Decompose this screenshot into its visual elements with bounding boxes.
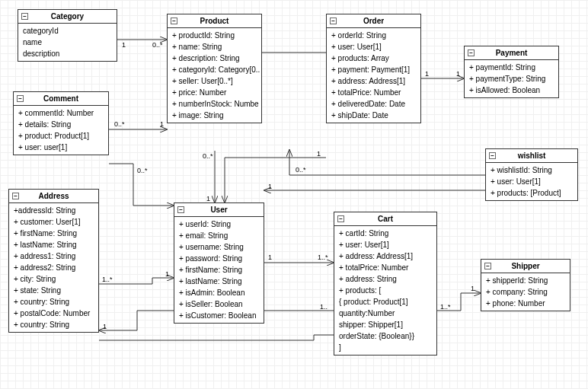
attr: + address: Address[1] bbox=[327, 75, 420, 87]
class-header: −Shipper bbox=[481, 260, 570, 273]
class-title: Payment bbox=[496, 49, 528, 57]
class-header: −Order bbox=[327, 14, 420, 28]
attr: + user: user[1] bbox=[14, 142, 108, 153]
class-attrs: + orderId: String + user: User[1] + prod… bbox=[327, 28, 420, 123]
class-attrs: categoryId name description bbox=[18, 24, 117, 61]
collapse-icon[interactable]: − bbox=[12, 193, 19, 199]
attr: { product: Product[1] bbox=[334, 296, 436, 308]
attr: name bbox=[18, 37, 117, 48]
attr: + lastName: String bbox=[174, 276, 264, 287]
class-header: −Comment bbox=[14, 92, 108, 106]
attr: + customer: User[1] bbox=[9, 216, 98, 228]
mult: 1 bbox=[268, 253, 272, 261]
mult: 0..* bbox=[114, 120, 125, 128]
attr: + shipDate: Date bbox=[327, 110, 420, 121]
mult: 1 bbox=[122, 41, 126, 49]
mult: 1..* bbox=[102, 276, 113, 283]
attr: + firstName: String bbox=[174, 264, 264, 276]
class-header: −Category bbox=[18, 10, 117, 24]
mult: 1..* bbox=[318, 253, 328, 261]
mult: 0..* bbox=[296, 166, 306, 174]
attr: + phone: Number bbox=[481, 298, 570, 309]
class-header: −Address bbox=[9, 190, 98, 203]
attr: + address1: String bbox=[9, 250, 98, 262]
class-title: Comment bbox=[43, 94, 78, 103]
attr: + user: User[1] bbox=[486, 176, 577, 187]
attr: + isAllowed: Boolean bbox=[465, 84, 558, 96]
class-header: −Product bbox=[168, 14, 261, 28]
attr: description bbox=[18, 48, 117, 59]
mult: 1 bbox=[160, 120, 164, 128]
attr: + user: User[1] bbox=[334, 239, 436, 250]
mult: 1.. bbox=[320, 303, 328, 311]
class-category[interactable]: −Category categoryId name description bbox=[18, 9, 117, 62]
collapse-icon[interactable]: − bbox=[177, 206, 184, 213]
class-header: −wishlist bbox=[486, 149, 577, 163]
attr: + productId: String bbox=[168, 30, 261, 41]
class-comment[interactable]: −Comment + commentId: Number + details: … bbox=[13, 91, 109, 155]
attr: ] bbox=[334, 342, 436, 353]
attr: + country: String bbox=[9, 296, 98, 308]
attr: + commentId: Number bbox=[14, 107, 108, 119]
attr: + seller: User[0..*] bbox=[168, 75, 261, 87]
attr: + products: [Product] bbox=[486, 187, 577, 199]
collapse-icon[interactable]: − bbox=[484, 263, 491, 269]
attr: + totalPrice: Number bbox=[327, 87, 420, 98]
class-attrs: + wishlistId: String + user: User[1] + p… bbox=[486, 163, 577, 200]
class-header: −User bbox=[174, 203, 264, 217]
class-wishlist[interactable]: −wishlist + wishlistId: String + user: U… bbox=[485, 148, 578, 201]
mult: 0..* bbox=[203, 152, 213, 160]
attr: +addressId: String bbox=[9, 205, 98, 216]
attr: + orderId: String bbox=[327, 30, 420, 41]
class-attrs: + cartId: String + user: User[1] + addre… bbox=[334, 226, 436, 355]
collapse-icon[interactable]: − bbox=[21, 13, 28, 20]
attr: + isCustomer: Boolean bbox=[174, 310, 264, 321]
attr: + address: Address[1] bbox=[334, 250, 436, 262]
attr: + country: String bbox=[9, 319, 98, 330]
class-title: Shipper bbox=[511, 262, 539, 270]
attr: + isSeller: Boolean bbox=[174, 298, 264, 310]
class-payment[interactable]: −Payment + paymentId: String + paymentTy… bbox=[464, 46, 559, 98]
attr: + description: String bbox=[168, 53, 261, 64]
attr: + email: String bbox=[174, 230, 264, 241]
mult: 1 bbox=[206, 195, 210, 202]
class-order[interactable]: −Order + orderId: String + user: User[1]… bbox=[326, 14, 421, 123]
attr: + categoryId: Category[0.. bbox=[168, 64, 261, 75]
attr: + details: String bbox=[14, 119, 108, 130]
collapse-icon[interactable]: − bbox=[468, 49, 475, 56]
attr: + wishlistId: String bbox=[486, 164, 577, 176]
class-attrs: + productId: String + name: String + des… bbox=[168, 28, 261, 123]
mult: 0..* bbox=[137, 167, 148, 174]
attr: + isAdmin: Boolean bbox=[174, 287, 264, 298]
attr: + shipperId: String bbox=[481, 275, 570, 286]
attr: + cartId: String bbox=[334, 228, 436, 239]
mult: 1 bbox=[425, 70, 429, 78]
class-attrs: + userId: String + email: String + usern… bbox=[174, 217, 264, 323]
attr: quantity:Number bbox=[334, 308, 436, 319]
attr: + company: String bbox=[481, 286, 570, 298]
mult: 0..* bbox=[152, 41, 163, 49]
class-title: Category bbox=[51, 12, 84, 21]
collapse-icon[interactable]: − bbox=[330, 18, 337, 24]
collapse-icon[interactable]: − bbox=[171, 18, 177, 24]
mult: 1 bbox=[471, 285, 475, 292]
attr: categoryId bbox=[18, 25, 117, 37]
collapse-icon[interactable]: − bbox=[17, 95, 24, 102]
class-attrs: +addressId: String + customer: User[1] +… bbox=[9, 203, 98, 332]
mult: 1..* bbox=[440, 303, 451, 311]
class-header: −Payment bbox=[465, 46, 558, 60]
class-address[interactable]: −Address +addressId: String + customer: … bbox=[8, 189, 99, 333]
attr: + user: User[1] bbox=[327, 41, 420, 53]
class-title: Product bbox=[200, 17, 229, 25]
class-user[interactable]: −User + userId: String + email: String +… bbox=[174, 202, 264, 324]
attr: + numberInStock: Numbe bbox=[168, 98, 261, 110]
class-shipper[interactable]: −Shipper + shipperId: String + company: … bbox=[481, 259, 570, 311]
attr: orderState: {Boolean}} bbox=[334, 330, 436, 342]
collapse-icon[interactable]: − bbox=[489, 152, 496, 159]
collapse-icon[interactable]: − bbox=[337, 215, 344, 222]
attr: + address2: String bbox=[9, 262, 98, 273]
class-cart[interactable]: −Cart + cartId: String + user: User[1] +… bbox=[334, 212, 437, 356]
class-title: Address bbox=[38, 192, 69, 200]
class-title: wishlist bbox=[518, 151, 546, 160]
class-product[interactable]: −Product + productId: String + name: Str… bbox=[167, 14, 262, 123]
